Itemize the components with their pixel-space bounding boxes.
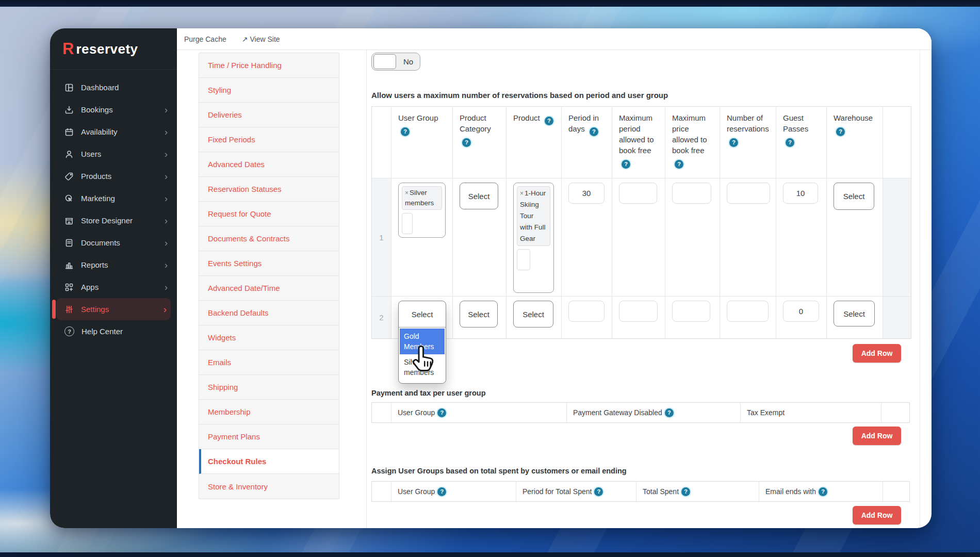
product-select-button[interactable]: Select: [513, 301, 553, 327]
multiselect-text-input[interactable]: [517, 249, 530, 270]
menu-item-shipping[interactable]: Shipping: [199, 375, 339, 400]
sidebar-item-settings[interactable]: Settings ›: [56, 298, 171, 320]
guest-passes-input[interactable]: [783, 301, 819, 322]
header-cell-warehouse: Warehouse ?: [827, 107, 883, 178]
guest-passes-input[interactable]: [783, 183, 818, 204]
menu-item-emails[interactable]: Emails: [199, 350, 339, 375]
logo-mark-icon: R: [62, 41, 74, 57]
cell-max-period-row2: [612, 297, 665, 338]
cell-guest-passes-row1: [776, 178, 827, 297]
selected-tag[interactable]: ×1-Hour Skiing Tour with Full Gear: [517, 186, 550, 246]
warehouse-select-button[interactable]: Select: [834, 183, 874, 210]
help-icon[interactable]: ?: [786, 138, 794, 147]
help-icon[interactable]: ?: [665, 408, 674, 417]
menu-item-fixed-periods[interactable]: Fixed Periods: [199, 127, 339, 152]
help-icon[interactable]: ?: [437, 487, 446, 496]
header-cell-product-category: Product Category ?: [453, 107, 507, 178]
help-icon[interactable]: ?: [594, 487, 603, 496]
help-icon[interactable]: ?: [836, 127, 845, 136]
max-price-input[interactable]: [672, 301, 710, 322]
menu-item-advanced-date-time[interactable]: Advanced Date/Time: [199, 276, 339, 301]
help-icon[interactable]: ?: [545, 117, 553, 125]
sidebar-item-help-center[interactable]: ? Help Center: [50, 320, 177, 342]
menu-item-checkout-rules[interactable]: Checkout Rules: [199, 449, 339, 474]
menu-item-documents-contracts[interactable]: Documents & Contracts: [199, 226, 339, 251]
menu-item-request-for-quote[interactable]: Request for Quote: [199, 202, 339, 226]
purge-cache-link[interactable]: Purge Cache: [184, 35, 226, 43]
product-category-select-button[interactable]: Select: [460, 183, 498, 209]
max-period-input[interactable]: [619, 301, 658, 322]
sidebar-item-bookings[interactable]: Bookings ›: [50, 99, 177, 121]
tag-label: Silver members: [405, 189, 434, 207]
multiselect-text-input[interactable]: [402, 213, 413, 234]
user-group-multiselect[interactable]: ×Silver members: [398, 183, 446, 238]
help-icon[interactable]: ?: [462, 138, 471, 147]
help-icon[interactable]: ?: [590, 127, 598, 136]
view-site-link[interactable]: ↗ View Site: [242, 35, 280, 43]
number-of-reservations-input[interactable]: [727, 183, 770, 204]
help-icon[interactable]: ?: [675, 160, 683, 169]
header-cell-user-group: User Group?: [391, 403, 567, 422]
number-of-reservations-input[interactable]: [727, 301, 769, 322]
add-row-button-section1[interactable]: Add Row: [853, 344, 901, 363]
external-link-icon: ↗: [242, 35, 248, 43]
help-icon[interactable]: ?: [729, 138, 738, 147]
remove-tag-icon[interactable]: ×: [520, 190, 524, 197]
remove-tag-icon[interactable]: ×: [405, 189, 409, 196]
menu-item-events-settings[interactable]: Events Settings: [199, 251, 339, 276]
sidebar-item-dashboard[interactable]: Dashboard: [50, 76, 177, 99]
period-in-days-input[interactable]: [568, 183, 605, 204]
column-label: Maximum price allowed to book free: [672, 113, 707, 155]
sidebar-item-marketing[interactable]: Marketing ›: [50, 187, 177, 209]
warehouse-select-button[interactable]: Select: [834, 301, 875, 326]
dropdown-option-silver-members[interactable]: Silver members: [400, 354, 445, 380]
add-row-button-section2[interactable]: Add Row: [853, 427, 901, 445]
user-group-select-open[interactable]: Select Gold Members Silver members: [398, 301, 446, 384]
menu-item-reservation-statuses[interactable]: Reservation Statuses: [199, 177, 339, 202]
user-group-select-button[interactable]: Select: [399, 301, 446, 327]
sidebar-item-users[interactable]: Users ›: [50, 143, 177, 165]
cell-end-row2: [883, 297, 911, 338]
column-label: Guest Passes: [783, 113, 808, 133]
toggle-knob[interactable]: [373, 54, 396, 69]
menu-item-store-inventory[interactable]: Store & Inventory: [199, 474, 339, 499]
chevron-right-icon: ›: [165, 171, 168, 181]
menu-item-deliveries[interactable]: Deliveries: [199, 103, 339, 127]
chevron-right-icon: ›: [165, 282, 168, 292]
help-icon[interactable]: ?: [437, 408, 446, 417]
column-label: Maximum period allowed to book free: [619, 113, 654, 155]
menu-item-payment-plans[interactable]: Payment Plans: [199, 424, 339, 449]
sidebar-item-store-designer[interactable]: Store Designer ›: [50, 209, 177, 232]
toggle-label: No: [403, 57, 413, 66]
header-cell-max-period: Maximum period allowed to book free ?: [612, 107, 665, 178]
product-multiselect[interactable]: ×1-Hour Skiing Tour with Full Gear: [513, 183, 554, 293]
cell-product-category-row1: Select: [453, 178, 507, 297]
sidebar-item-availability[interactable]: Availability ›: [50, 121, 177, 143]
menu-item-widgets[interactable]: Widgets: [199, 325, 339, 350]
yes-no-toggle[interactable]: No: [371, 53, 420, 71]
bar-chart-icon: [64, 260, 74, 270]
help-icon[interactable]: ?: [819, 487, 827, 496]
help-icon[interactable]: ?: [622, 160, 630, 169]
dropdown-option-gold-members[interactable]: Gold Members: [400, 329, 445, 354]
add-row-button-section3[interactable]: Add Row: [853, 506, 901, 525]
period-in-days-input[interactable]: [568, 301, 605, 322]
sidebar-item-products[interactable]: Products ›: [50, 165, 177, 187]
help-icon[interactable]: ?: [401, 127, 410, 136]
menu-item-membership[interactable]: Membership: [199, 400, 339, 424]
chevron-right-icon: ›: [165, 127, 168, 137]
sidebar-item-reports[interactable]: Reports ›: [50, 254, 177, 276]
menu-item-time-price-handling[interactable]: Time / Price Handling: [199, 53, 339, 78]
sidebar-item-documents[interactable]: Documents ›: [50, 232, 177, 254]
help-icon[interactable]: ?: [681, 487, 690, 496]
max-period-input[interactable]: [619, 183, 657, 204]
chevron-right-icon: ›: [165, 238, 168, 248]
sidebar-item-apps[interactable]: Apps ›: [50, 276, 177, 298]
menu-item-backend-defaults[interactable]: Backend Defaults: [199, 301, 339, 325]
max-price-input[interactable]: [672, 183, 711, 204]
product-category-select-button[interactable]: Select: [460, 301, 498, 327]
menu-item-advanced-dates[interactable]: Advanced Dates: [199, 152, 339, 177]
menu-item-styling[interactable]: Styling: [199, 78, 339, 103]
help-circle-icon: ?: [64, 326, 74, 336]
selected-tag[interactable]: ×Silver members: [402, 186, 442, 210]
